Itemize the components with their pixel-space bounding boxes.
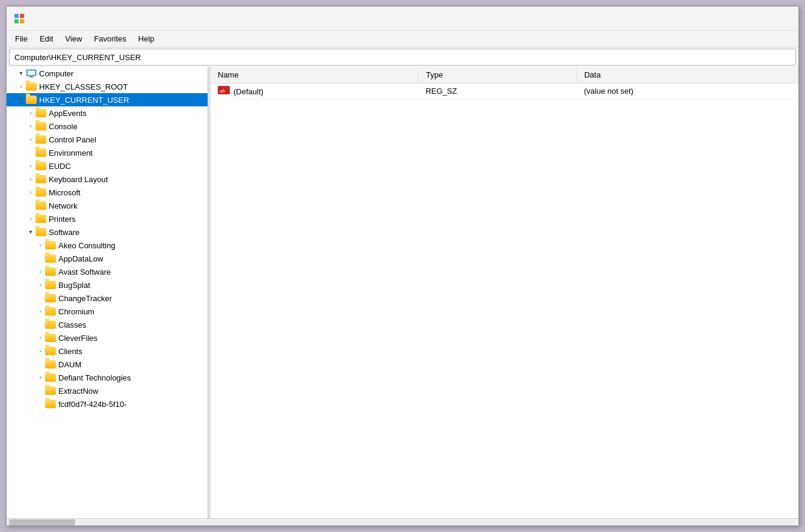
tree-node-hkcu[interactable]: ▼HKEY_CURRENT_USER xyxy=(7,93,208,106)
maximize-button[interactable] xyxy=(735,9,762,28)
tree-node-changetracker[interactable]: ChangeTracker xyxy=(7,292,208,305)
tree-node-hkcr[interactable]: ›HKEY_CLASSES_ROOT xyxy=(7,80,208,93)
menu-item-help[interactable]: Help xyxy=(132,32,161,46)
window-controls xyxy=(706,9,791,28)
tree-arrow: › xyxy=(26,121,35,131)
tree-node-daum[interactable]: DAUM xyxy=(7,358,208,371)
tree-pane[interactable]: ▼ Computer ›HKEY_CLASSES_ROOT▼HKEY_CURRE… xyxy=(7,67,208,518)
tree-arrow xyxy=(35,359,45,369)
main-content: ▼ Computer ›HKEY_CLASSES_ROOT▼HKEY_CURRE… xyxy=(7,67,798,518)
tree-node-extractnow[interactable]: ExtractNow xyxy=(7,384,208,397)
tree-arrow: › xyxy=(16,82,26,91)
svg-rect-2 xyxy=(14,19,19,23)
col-name[interactable]: Name xyxy=(211,67,418,84)
tree-node-chromium[interactable]: ›Chromium xyxy=(7,305,208,318)
tree-arrow xyxy=(35,386,45,396)
tree-node-defiant[interactable]: ›Defiant Technologies xyxy=(7,371,208,384)
tree-arrow: › xyxy=(35,333,45,343)
tree-node-keyboardlayout[interactable]: ›Keyboard Layout xyxy=(7,173,208,186)
folder-icon xyxy=(45,268,56,276)
tree-label: Microsoft xyxy=(49,188,81,197)
tree-arrow: ▼ xyxy=(26,227,35,237)
tree-node-appevents[interactable]: ›AppEvents xyxy=(7,106,208,120)
menu-item-view[interactable]: View xyxy=(59,32,88,46)
tree-label: HKEY_CLASSES_ROOT xyxy=(39,82,128,91)
tree-arrow: › xyxy=(35,373,45,382)
tree-node-cleverfiles[interactable]: ›CleverFiles xyxy=(7,331,208,344)
tree-node-avast[interactable]: ›Avast Software xyxy=(7,265,208,278)
folder-icon xyxy=(45,387,56,395)
tree-node-software[interactable]: ▼Software xyxy=(7,225,208,239)
name-value: (Default) xyxy=(233,87,264,96)
reg-string-icon: ab xyxy=(218,86,230,94)
minimize-button[interactable] xyxy=(706,9,733,28)
tree-root-computer[interactable]: ▼ Computer xyxy=(7,67,208,80)
col-type[interactable]: Type xyxy=(418,67,576,84)
address-bar[interactable]: Computer\HKEY_CURRENT_USER xyxy=(9,49,796,66)
registry-table: Name Type Data ab (Default)REG_SZ(value … xyxy=(211,67,798,99)
tree-node-appdatalow[interactable]: AppDataLow xyxy=(7,252,208,265)
tree-label: HKEY_CURRENT_USER xyxy=(39,96,129,105)
tree-label: AppEvents xyxy=(49,109,87,118)
table-row[interactable]: ab (Default)REG_SZ(value not set) xyxy=(211,84,798,99)
close-button[interactable] xyxy=(763,9,791,28)
cell-type: REG_SZ xyxy=(418,84,576,99)
folder-icon xyxy=(35,188,46,197)
folder-icon xyxy=(35,135,46,144)
tree-node-bugsplat[interactable]: ›BugSplat xyxy=(7,278,208,292)
tree-node-microsoft[interactable]: ›Microsoft xyxy=(7,186,208,199)
folder-icon xyxy=(45,307,56,316)
tree-label: Control Panel xyxy=(49,135,96,144)
folder-icon xyxy=(45,373,56,382)
tree-node-akeo[interactable]: ›Akeo Consulting xyxy=(7,239,208,252)
menu-bar: FileEditViewFavoritesHelp xyxy=(7,31,798,47)
folder-icon xyxy=(35,162,46,170)
tree-label: BugSplat xyxy=(58,281,90,290)
tree-label: Classes xyxy=(58,320,86,329)
folder-icon xyxy=(45,347,56,355)
horizontal-scrollbar[interactable] xyxy=(9,519,75,525)
svg-rect-0 xyxy=(14,14,19,18)
tree-label: Defiant Technologies xyxy=(58,373,131,382)
menu-item-file[interactable]: File xyxy=(9,32,34,46)
tree-arrow xyxy=(35,399,45,409)
cell-name: ab (Default) xyxy=(211,84,418,99)
tree-label: Network xyxy=(49,201,78,210)
tree-arrow xyxy=(26,148,35,157)
status-bar xyxy=(7,518,798,525)
tree-node-console[interactable]: ›Console xyxy=(7,120,208,133)
folder-icon xyxy=(35,109,46,117)
tree-arrow: › xyxy=(35,240,45,250)
folder-icon xyxy=(26,82,37,91)
tree-arrow: › xyxy=(26,161,35,171)
table-header-row: Name Type Data xyxy=(211,67,798,84)
menu-item-edit[interactable]: Edit xyxy=(34,32,59,46)
tree-node-eudc[interactable]: ›EUDC xyxy=(7,159,208,173)
svg-rect-3 xyxy=(20,19,24,23)
menu-item-favorites[interactable]: Favorites xyxy=(88,32,132,46)
col-data[interactable]: Data xyxy=(576,67,798,84)
tree-arrow: › xyxy=(26,188,35,197)
tree-arrow: › xyxy=(26,174,35,184)
svg-text:ab: ab xyxy=(220,88,226,94)
title-bar xyxy=(7,7,798,31)
tree-arrow: › xyxy=(26,214,35,224)
folder-icon xyxy=(35,175,46,183)
tree-node-printers[interactable]: ›Printers xyxy=(7,212,208,225)
tree-arrow: › xyxy=(35,267,45,277)
svg-rect-5 xyxy=(28,71,35,75)
folder-icon xyxy=(45,320,56,329)
registry-editor-window: FileEditViewFavoritesHelp Computer\HKEY_… xyxy=(6,6,799,526)
root-arrow: ▼ xyxy=(16,69,26,78)
folder-icon xyxy=(45,360,56,368)
address-path: Computer\HKEY_CURRENT_USER xyxy=(14,53,141,62)
tree-node-classes[interactable]: Classes xyxy=(7,318,208,331)
tree-node-fcdf[interactable]: fcdf0d7f-424b-5f10- xyxy=(7,397,208,411)
tree-node-clients[interactable]: ›Clients xyxy=(7,344,208,358)
tree-node-network[interactable]: Network xyxy=(7,199,208,212)
folder-icon xyxy=(35,228,46,236)
tree-arrow: › xyxy=(35,307,45,316)
tree-node-environment[interactable]: Environment xyxy=(7,146,208,159)
tree-node-controlpanel[interactable]: ›Control Panel xyxy=(7,133,208,146)
computer-label: Computer xyxy=(39,69,73,78)
